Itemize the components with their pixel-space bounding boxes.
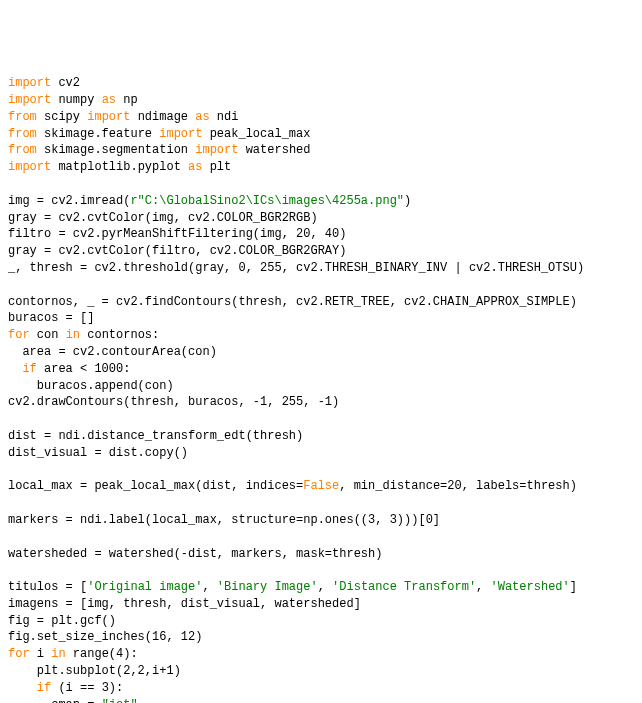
code-line: imagens = [img, thresh, dist_visual, wat… [8,596,634,613]
code-token: _, thresh = cv2.threshold(gray, 0, 255, … [8,261,584,275]
code-token: range(4): [66,647,138,661]
code-line: dist = ndi.distance_transform_edt(thresh… [8,428,634,445]
code-line: area = cv2.contourArea(con) [8,344,634,361]
code-token: con [30,328,66,342]
code-token: , [476,580,490,594]
code-token: numpy [51,93,101,107]
code-token: as [188,160,202,174]
code-line: local_max = peak_local_max(dist, indices… [8,478,634,495]
code-token: import [8,160,51,174]
code-line: buracos = [] [8,310,634,327]
code-token: filtro = cv2.pyrMeanShiftFiltering(img, … [8,227,346,241]
code-line: _, thresh = cv2.threshold(gray, 0, 255, … [8,260,634,277]
code-line [8,176,634,193]
code-line: from skimage.segmentation import watersh… [8,142,634,159]
code-token: cmap = [8,698,102,703]
code-token: import [87,110,130,124]
code-line: from skimage.feature import peak_local_m… [8,126,634,143]
code-line: dist_visual = dist.copy() [8,445,634,462]
code-token: (i == 3): [51,681,123,695]
code-token: cv2.drawContours(thresh, buracos, -1, 25… [8,395,339,409]
code-token: dist_visual = dist.copy() [8,446,188,460]
code-token: np [116,93,138,107]
code-line: markers = ndi.label(local_max, structure… [8,512,634,529]
code-token: fig.set_size_inches(16, 12) [8,630,202,644]
code-token: cv2 [51,76,80,90]
code-token: buracos = [] [8,311,94,325]
code-line [8,462,634,479]
code-line: watersheded = watershed(-dist, markers, … [8,546,634,563]
code-token: skimage.segmentation [37,143,195,157]
code-token: imagens = [img, thresh, dist_visual, wat… [8,597,361,611]
code-line: if (i == 3): [8,680,634,697]
code-line: for con in contornos: [8,327,634,344]
code-line: filtro = cv2.pyrMeanShiftFiltering(img, … [8,226,634,243]
code-token: 'Original image' [87,580,202,594]
code-token: gray = cv2.cvtColor(img, cv2.COLOR_BGR2R… [8,211,318,225]
code-token: i [30,647,52,661]
code-line [8,411,634,428]
code-line: contornos, _ = cv2.findContours(thresh, … [8,294,634,311]
code-token: in [66,328,80,342]
code-line [8,277,634,294]
code-token: ) [404,194,411,208]
code-token: area = cv2.contourArea(con) [8,345,217,359]
code-line: fig = plt.gcf() [8,613,634,630]
code-token: img = cv2.imread( [8,194,130,208]
code-line: for i in range(4): [8,646,634,663]
code-line: titulos = ['Original image', 'Binary Ima… [8,579,634,596]
code-line: if area < 1000: [8,361,634,378]
code-token: peak_local_max [202,127,310,141]
code-token: from [8,110,37,124]
code-token: from [8,127,37,141]
code-line [8,529,634,546]
code-token: "jet" [102,698,138,703]
code-token: for [8,328,30,342]
code-token: 'Distance Transform' [332,580,476,594]
code-token: , min_distance=20, labels=thresh) [339,479,577,493]
code-token [8,362,22,376]
code-line: buracos.append(con) [8,378,634,395]
code-token: plt [202,160,231,174]
code-token: titulos = [ [8,580,87,594]
code-line: gray = cv2.cvtColor(img, cv2.COLOR_BGR2R… [8,210,634,227]
code-line: cv2.drawContours(thresh, buracos, -1, 25… [8,394,634,411]
code-token: import [8,76,51,90]
code-token: area < 1000: [37,362,131,376]
code-line: cmap = "jet" [8,697,634,703]
code-token: fig = plt.gcf() [8,614,116,628]
code-token: as [195,110,209,124]
code-token: for [8,647,30,661]
code-token: watersheded = watershed(-dist, markers, … [8,547,382,561]
code-token: import [195,143,238,157]
code-token: 'Binary Image' [217,580,318,594]
code-token: skimage.feature [37,127,159,141]
code-line [8,562,634,579]
code-line: import numpy as np [8,92,634,109]
code-token: local_max = peak_local_max(dist, indices… [8,479,303,493]
code-line [8,495,634,512]
code-token: buracos.append(con) [8,379,174,393]
code-line: import cv2 [8,75,634,92]
code-token: ndi [210,110,239,124]
code-block: import cv2import numpy as npfrom scipy i… [8,75,634,703]
code-token: scipy [37,110,87,124]
code-line: import matplotlib.pyplot as plt [8,159,634,176]
code-token: matplotlib.pyplot [51,160,188,174]
code-token: ] [570,580,577,594]
code-token: if [22,362,36,376]
code-token: ndimage [130,110,195,124]
code-line: fig.set_size_inches(16, 12) [8,629,634,646]
code-token: import [159,127,202,141]
code-token: markers = ndi.label(local_max, structure… [8,513,440,527]
code-token: contornos, _ = cv2.findContours(thresh, … [8,295,577,309]
code-token: plt.subplot(2,2,i+1) [8,664,181,678]
code-token: False [303,479,339,493]
code-token [8,681,37,695]
code-line: gray = cv2.cvtColor(filtro, cv2.COLOR_BG… [8,243,634,260]
code-token: contornos: [80,328,159,342]
code-token: r"C:\GlobalSino2\ICs\images\4255a.png" [130,194,404,208]
code-line: img = cv2.imread(r"C:\GlobalSino2\ICs\im… [8,193,634,210]
code-token: dist = ndi.distance_transform_edt(thresh… [8,429,303,443]
code-token: as [102,93,116,107]
